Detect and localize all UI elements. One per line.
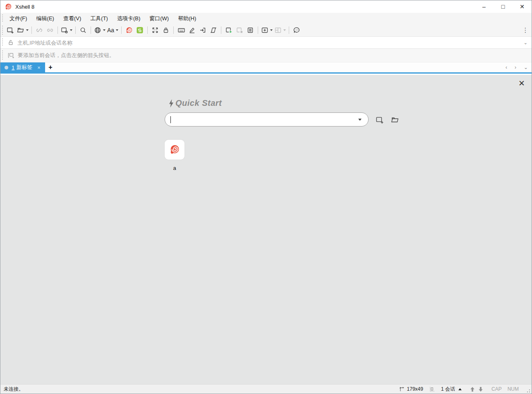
- menu-help[interactable]: 帮助(H): [173, 13, 201, 24]
- status-bar: 未连接。 179x49 1 会话: [0, 384, 532, 394]
- encoding-dropdown[interactable]: [103, 29, 105, 31]
- new-session-button[interactable]: [5, 25, 16, 36]
- menu-edit[interactable]: 编辑(E): [32, 13, 59, 24]
- toolbar-separator: [121, 26, 122, 34]
- tab-new-label[interactable]: 1 新标签 ×: [0, 62, 45, 72]
- pen-icon: [188, 26, 196, 34]
- scroll-down-icon[interactable]: [477, 386, 484, 392]
- stop-logging-button[interactable]: [234, 25, 245, 36]
- split-layout-button[interactable]: [273, 25, 287, 36]
- split-layout-dropdown[interactable]: [283, 29, 286, 31]
- session-tile-label: a: [161, 165, 188, 171]
- font-button[interactable]: Aa: [106, 25, 119, 36]
- quickstart-new-session-button[interactable]: [374, 114, 386, 126]
- session-tile[interactable]: [165, 140, 185, 160]
- session-count-popup-icon[interactable]: [458, 388, 462, 390]
- send-input-button[interactable]: [197, 25, 208, 36]
- selection-icon: [429, 386, 435, 392]
- toolbar-separator: [221, 26, 221, 34]
- resize-grip[interactable]: [525, 388, 530, 393]
- toolbar: Aa: [0, 24, 532, 37]
- menu-bar: 文件(F) 编辑(E) 查看(V) 工具(T) 选项卡(B) 窗口(W) 帮助(…: [0, 13, 532, 24]
- session-properties-button[interactable]: [60, 25, 73, 36]
- menu-file[interactable]: 文件(F): [5, 13, 32, 24]
- menubar-grip[interactable]: [2, 14, 4, 22]
- toolbar-separator: [258, 26, 258, 34]
- start-logging-icon: [225, 26, 233, 34]
- compose-bar-button[interactable]: [176, 25, 187, 36]
- quick-connect-input[interactable]: [172, 117, 358, 123]
- maximize-button[interactable]: □: [494, 0, 513, 13]
- infobar-grip[interactable]: [2, 50, 4, 60]
- run-script-button[interactable]: [208, 25, 219, 36]
- open-session-folder-button[interactable]: [16, 25, 29, 36]
- title-bar: Xshell 8 – □ ✕: [0, 0, 532, 13]
- menu-view[interactable]: 查看(V): [59, 13, 86, 24]
- reconnect-button[interactable]: [45, 25, 55, 36]
- fullscreen-button[interactable]: [150, 25, 161, 36]
- selection-indicator[interactable]: [429, 386, 435, 392]
- tab-scroll-left-icon[interactable]: ‹: [502, 64, 511, 70]
- lightning-bolt-icon: [168, 99, 174, 108]
- quick-connect-combobox[interactable]: [165, 112, 369, 127]
- tab-bar: 1 新标签 × + ‹ › ⌄: [0, 62, 532, 74]
- new-tab-plus-button[interactable]: +: [45, 62, 56, 72]
- menu-window[interactable]: 窗口(W): [145, 13, 173, 24]
- unlocked-icon: [7, 39, 14, 46]
- tab-label: 新标签: [16, 64, 32, 71]
- start-logging-button[interactable]: [223, 25, 234, 36]
- addressbar-grip[interactable]: [2, 38, 4, 47]
- highlight-button[interactable]: [187, 25, 197, 36]
- fullscreen-icon: [151, 26, 159, 34]
- tab-close-icon[interactable]: ×: [36, 64, 41, 71]
- caps-lock-indicator: CAP: [491, 386, 502, 392]
- quick-start-panel: ✕ Quick Start: [0, 75, 532, 384]
- globe-icon: [94, 26, 101, 34]
- close-button[interactable]: ✕: [513, 0, 532, 13]
- scroll-up-icon[interactable]: [469, 386, 476, 392]
- address-bar: ⌄: [0, 37, 532, 49]
- add-to-bar-icon: [7, 52, 15, 59]
- quick-start-close-button[interactable]: ✕: [517, 78, 527, 88]
- minimize-button[interactable]: –: [474, 0, 494, 13]
- tab-scroll-right-icon[interactable]: ›: [511, 64, 520, 70]
- xshell-window: Xshell 8 – □ ✕ 文件(F) 编辑(E) 查看(V) 工具(T) 选…: [0, 0, 532, 394]
- toolbar-grip[interactable]: [2, 26, 4, 35]
- new-tab-dropdown[interactable]: [270, 29, 273, 31]
- script-icon: [210, 26, 217, 34]
- quickstart-open-folder-button[interactable]: [389, 114, 400, 126]
- search-button[interactable]: [78, 25, 89, 36]
- open-folder-dropdown[interactable]: [26, 29, 29, 31]
- link-icon: [46, 26, 54, 34]
- new-tab-button[interactable]: [260, 25, 273, 36]
- xshell-button[interactable]: [124, 25, 134, 36]
- encoding-button[interactable]: [93, 25, 106, 36]
- split-layout-icon: [274, 26, 282, 34]
- toolbar-separator: [31, 26, 32, 34]
- menu-tab[interactable]: 选项卡(B): [113, 13, 145, 24]
- address-dropdown-chevron[interactable]: ⌄: [524, 40, 527, 45]
- font-label: Aa: [107, 27, 114, 33]
- toolbar-overflow-button[interactable]: ⋮: [522, 26, 529, 34]
- lock-icon: [162, 26, 170, 34]
- session-properties-icon: [61, 26, 68, 34]
- new-tab-icon: [261, 26, 268, 34]
- xftp-button[interactable]: [134, 25, 145, 36]
- xshell-session-icon: [169, 144, 180, 155]
- open-folder-icon: [391, 116, 399, 124]
- chat-bubble-icon: [293, 26, 301, 34]
- session-count[interactable]: 1 会话: [441, 386, 462, 393]
- tab-list-chevron-icon[interactable]: ⌄: [520, 64, 532, 70]
- host-address-input[interactable]: [17, 40, 521, 46]
- menu-tools[interactable]: 工具(T): [86, 13, 113, 24]
- feedback-button[interactable]: [291, 25, 302, 36]
- disconnect-button[interactable]: [34, 25, 45, 36]
- quick-connect-dropdown-icon[interactable]: [358, 119, 362, 121]
- lock-screen-button[interactable]: [161, 25, 171, 36]
- session-properties-dropdown[interactable]: [70, 29, 72, 31]
- view-log-button[interactable]: [245, 25, 256, 36]
- font-dropdown[interactable]: [116, 29, 118, 31]
- info-bar-text: 要添加当前会话，点击左侧的箭头按钮。: [18, 52, 115, 59]
- toolbar-separator: [91, 26, 91, 34]
- toolbar-separator: [58, 26, 58, 34]
